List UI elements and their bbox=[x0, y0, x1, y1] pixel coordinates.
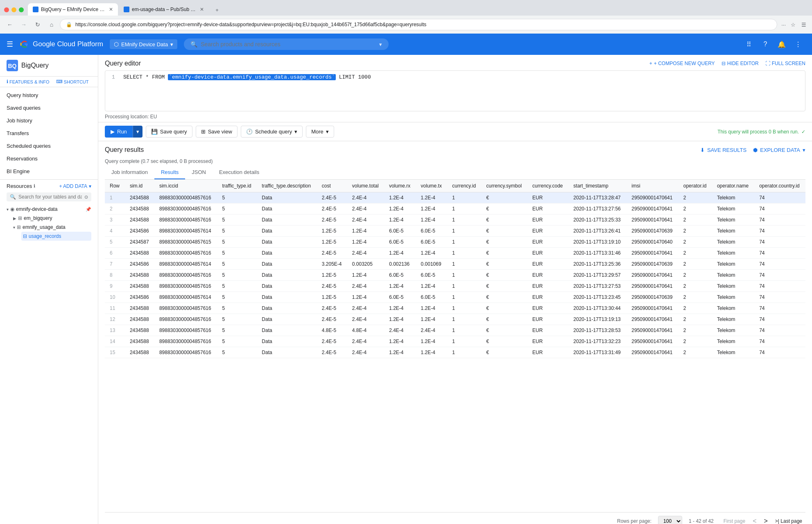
tree-dataset-usage-row[interactable]: ▾ ⊞ emnify_usage_data bbox=[13, 223, 91, 232]
table-cell: 295090001470641 bbox=[627, 192, 678, 203]
save-results-btn[interactable]: ⬇ SAVE RESULTS bbox=[700, 147, 746, 153]
run-button[interactable]: ▶ Run bbox=[105, 126, 133, 138]
first-page-btn[interactable]: First page bbox=[720, 517, 749, 524]
table-cell: Data bbox=[257, 281, 317, 292]
tree-table-row[interactable]: ⊟ usage_records bbox=[21, 232, 91, 241]
tab2-close[interactable]: ✕ bbox=[200, 7, 204, 12]
back-btn[interactable]: ← bbox=[4, 19, 16, 30]
table-row[interactable]: 10243458689883030000048576145Data1.2E-51… bbox=[105, 292, 805, 303]
run-dropdown-btn[interactable]: ▾ bbox=[133, 126, 142, 138]
table-row[interactable]: 5243458789883030000048576155Data1.2E-51.… bbox=[105, 237, 805, 248]
search-bar[interactable]: 🔍 ▾ bbox=[184, 38, 389, 50]
table-cell: 2 bbox=[679, 347, 712, 358]
full-screen-btn[interactable]: ⛶ FULL SCREEN bbox=[765, 61, 805, 66]
tree-dataset-em-bigquery: ▶ ⊞ em_bigquery bbox=[7, 214, 91, 223]
code-editor-container[interactable]: 1 SELECT * FROM `emnify-device-data.emni… bbox=[105, 70, 805, 111]
tab1-close[interactable]: ✕ bbox=[109, 7, 113, 12]
col-sim-id: sim.id bbox=[125, 180, 154, 192]
sidebar-item-scheduled-queries[interactable]: Scheduled queries bbox=[0, 140, 98, 152]
browser-tab-2[interactable]: em-usage-data – Pub/Sub – E... ✕ bbox=[119, 3, 209, 16]
table-row[interactable]: 1243458889883030000048576165Data2.4E-52.… bbox=[105, 192, 805, 203]
sidebar-item-reservations[interactable]: Reservations bbox=[0, 152, 98, 165]
table-cell: 1 bbox=[447, 237, 481, 248]
table-cell: 0.001069 bbox=[416, 259, 448, 270]
sidebar-item-query-history[interactable]: Query history bbox=[0, 89, 98, 102]
table-cell: 2 bbox=[679, 259, 712, 270]
tab1-title: BigQuery – EMnify Device Data... bbox=[41, 7, 106, 12]
sidebar-item-bi-engine[interactable]: BI Engine bbox=[0, 165, 98, 178]
tab-results[interactable]: Results bbox=[154, 166, 185, 179]
new-tab-btn[interactable]: + bbox=[211, 4, 223, 16]
tree-dataset-em-row[interactable]: ▶ ⊞ em_bigquery bbox=[13, 214, 91, 223]
bq-sub-actions: ℹ FEATURES & INFO ⌨ SHORTCUT bbox=[0, 77, 98, 87]
project-selector[interactable]: ⬡ EMnify Device Data ▾ bbox=[110, 39, 177, 49]
table-cell: 2 bbox=[679, 203, 712, 215]
compose-new-query-btn[interactable]: + + COMPOSE NEW QUERY bbox=[649, 61, 715, 66]
table-row[interactable]: 13243458889883030000048576165Data4.8E-54… bbox=[105, 325, 805, 336]
table-row[interactable]: 12243458889883030000048576165Data2.4E-52… bbox=[105, 314, 805, 325]
table-cell: 295090001470641 bbox=[627, 303, 678, 314]
table-cell: 295090001470639 bbox=[627, 292, 678, 303]
table-cell: Data bbox=[257, 325, 317, 336]
search-input[interactable] bbox=[201, 41, 376, 47]
table-row[interactable]: 2243458889883030000048576165Data2.4E-52.… bbox=[105, 203, 805, 215]
table-row[interactable]: 4243458689883030000048576145Data1.2E-51.… bbox=[105, 226, 805, 237]
prev-page-btn[interactable]: < bbox=[749, 516, 760, 524]
tree-project-row[interactable]: ▾ ◉ emnify-device-data 📌 bbox=[7, 205, 91, 214]
table-row[interactable]: 15243458889883030000048576165Data2.4E-52… bbox=[105, 347, 805, 358]
schedule-icon: 🕐 bbox=[246, 129, 253, 135]
table-row[interactable]: 9243458889883030000048576165Data2.4E-52.… bbox=[105, 281, 805, 292]
tab-execution-details[interactable]: Execution details bbox=[213, 166, 266, 179]
home-btn[interactable]: ⌂ bbox=[46, 19, 57, 30]
sidebar-item-saved-queries[interactable]: Saved queries bbox=[0, 102, 98, 114]
apps-icon[interactable]: ⠿ bbox=[742, 37, 756, 52]
more-btn[interactable]: More ▾ bbox=[306, 126, 334, 138]
address-bar[interactable]: 🔒 https://console.cloud.google.com/bigqu… bbox=[60, 19, 777, 30]
resources-search[interactable]: 🔍 ⊙ bbox=[7, 192, 91, 201]
save-query-btn[interactable]: 💾 Save query bbox=[146, 126, 192, 138]
notifications-icon[interactable]: 🔔 bbox=[774, 37, 789, 52]
table-row[interactable]: 11243458889883030000048576165Data2.4E-52… bbox=[105, 303, 805, 314]
rows-per-page-select[interactable]: 100 50 25 bbox=[658, 516, 682, 524]
resources-search-input[interactable] bbox=[18, 194, 82, 200]
table-cell: Data bbox=[257, 237, 317, 248]
next-page-btn[interactable]: > bbox=[760, 516, 771, 524]
table-row[interactable]: 7243458689883030000048576145Data3.205E-4… bbox=[105, 259, 805, 270]
table-cell: 74 bbox=[754, 259, 805, 270]
hide-editor-btn[interactable]: ⊟ HIDE EDITOR bbox=[722, 61, 759, 66]
ellipsis-icon[interactable]: ··· bbox=[780, 20, 787, 29]
bookmark-icon[interactable]: ☆ bbox=[789, 20, 797, 29]
maximize-window-btn[interactable] bbox=[19, 7, 24, 12]
last-page-btn[interactable]: >| Last page bbox=[772, 517, 805, 524]
table-cell: 2 bbox=[679, 314, 712, 325]
more-options-icon[interactable]: ⋮ bbox=[791, 37, 805, 52]
save-view-btn[interactable]: ⊞ Save view bbox=[196, 126, 237, 138]
explore-data-btn[interactable]: ⬢ EXPLORE DATA ▾ bbox=[753, 147, 805, 153]
col-traffic-type-desc: traffic_type.description bbox=[257, 180, 317, 192]
schedule-query-btn[interactable]: 🕐 Schedule query ▾ bbox=[241, 126, 303, 138]
help-icon[interactable]: ? bbox=[758, 37, 773, 52]
sidebar-item-job-history[interactable]: Job history bbox=[0, 114, 98, 127]
close-window-btn[interactable] bbox=[4, 7, 9, 12]
minimize-window-btn[interactable] bbox=[11, 7, 16, 12]
reload-btn[interactable]: ↻ bbox=[32, 19, 43, 30]
table-cell: 8988303000004857616 bbox=[154, 325, 217, 336]
sidebar-item-transfers[interactable]: Transfers bbox=[0, 127, 98, 140]
tab-job-information[interactable]: Job information bbox=[105, 166, 154, 179]
table-row[interactable]: 14243458889883030000048576165Data2.4E-52… bbox=[105, 336, 805, 347]
menu-icon[interactable]: ☰ bbox=[800, 20, 808, 29]
hamburger-menu-icon[interactable]: ☰ bbox=[7, 40, 13, 49]
table-cell: 1.2E-4 bbox=[416, 192, 448, 203]
add-data-btn[interactable]: + ADD DATA ▾ bbox=[59, 183, 91, 189]
table-row[interactable]: 8243458889883030000048576165Data1.2E-51.… bbox=[105, 270, 805, 281]
browser-tab-1[interactable]: BigQuery – EMnify Device Data... ✕ bbox=[28, 3, 118, 16]
table-cell: 5 bbox=[217, 203, 257, 215]
features-info-btn[interactable]: ℹ FEATURES & INFO bbox=[7, 79, 50, 84]
tab-json[interactable]: JSON bbox=[185, 166, 213, 179]
forward-btn[interactable]: → bbox=[18, 19, 29, 30]
table-cell: 2020-11-17T13:32:23 bbox=[568, 336, 627, 347]
shortcut-btn[interactable]: ⌨ SHORTCUT bbox=[56, 79, 89, 84]
table-cell: 2.4E-4 bbox=[347, 303, 384, 314]
table-row[interactable]: 3243458889883030000048576165Data2.4E-52.… bbox=[105, 215, 805, 226]
table-row[interactable]: 6243458889883030000048576165Data2.4E-52.… bbox=[105, 248, 805, 259]
